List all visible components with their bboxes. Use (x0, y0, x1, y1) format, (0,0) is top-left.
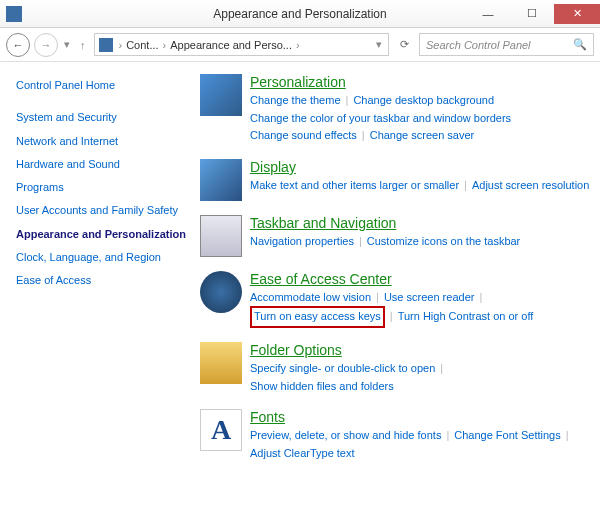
link-preview-fonts[interactable]: Preview, delete, or show and hide fonts (250, 429, 441, 441)
sidebar-item-appearance-personalization[interactable]: Appearance and Personalization (16, 227, 192, 241)
link-text-size[interactable]: Make text and other items larger or smal… (250, 179, 459, 191)
fonts-icon: A (200, 409, 242, 451)
section-title-display[interactable]: Display (250, 159, 296, 175)
separator: | (474, 291, 487, 303)
folder-options-icon (200, 342, 242, 384)
link-change-screen-saver[interactable]: Change screen saver (370, 129, 475, 141)
minimize-button[interactable]: — (466, 4, 510, 24)
separator: | (459, 179, 472, 191)
up-button[interactable]: ↑ (76, 39, 90, 51)
section-links: Make text and other items larger or smal… (250, 177, 590, 195)
search-placeholder: Search Control Panel (426, 39, 531, 51)
sidebar-item-system-security[interactable]: System and Security (16, 110, 192, 124)
link-change-taskbar-color[interactable]: Change the color of your taskbar and win… (250, 112, 511, 124)
separator: | (561, 429, 574, 441)
ease-of-access-icon (200, 271, 242, 313)
section-title-folder-options[interactable]: Folder Options (250, 342, 342, 358)
link-turn-on-easy-access-keys[interactable]: Turn on easy access keys (254, 310, 381, 322)
breadcrumb-seg2[interactable]: Appearance and Perso... (170, 39, 292, 51)
link-customize-taskbar-icons[interactable]: Customize icons on the taskbar (367, 235, 520, 247)
sidebar: Control Panel Home System and Security N… (0, 62, 200, 525)
window-icon (6, 6, 22, 22)
sidebar-item-hardware-sound[interactable]: Hardware and Sound (16, 157, 192, 171)
window-title: Appearance and Personalization (213, 7, 386, 21)
refresh-button[interactable]: ⟳ (393, 34, 415, 56)
section-personalization: Personalization Change the theme|Change … (200, 74, 590, 145)
close-button[interactable]: ✕ (554, 4, 600, 24)
section-links: Specify single- or double-click to open|… (250, 360, 590, 395)
separator: | (385, 310, 398, 322)
sidebar-item-network-internet[interactable]: Network and Internet (16, 134, 192, 148)
display-icon (200, 159, 242, 201)
section-title-personalization[interactable]: Personalization (250, 74, 346, 90)
section-links: Change the theme|Change desktop backgrou… (250, 92, 590, 145)
chevron-right-icon[interactable]: › (159, 39, 171, 51)
breadcrumb-dropdown-icon[interactable]: ▾ (374, 38, 384, 51)
section-title-fonts[interactable]: Fonts (250, 409, 285, 425)
maximize-button[interactable]: ☐ (510, 4, 554, 24)
link-navigation-properties[interactable]: Navigation properties (250, 235, 354, 247)
chevron-right-icon[interactable]: › (115, 39, 127, 51)
link-high-contrast[interactable]: Turn High Contrast on or off (398, 310, 534, 322)
breadcrumb[interactable]: › Cont... › Appearance and Perso... › ▾ (94, 33, 390, 56)
section-fonts: A Fonts Preview, delete, or show and hid… (200, 409, 590, 462)
link-change-sound-effects[interactable]: Change sound effects (250, 129, 357, 141)
section-taskbar-navigation: Taskbar and Navigation Navigation proper… (200, 215, 590, 257)
section-ease-of-access: Ease of Access Center Accommodate low vi… (200, 271, 590, 328)
link-use-screen-reader[interactable]: Use screen reader (384, 291, 475, 303)
sidebar-control-panel-home[interactable]: Control Panel Home (16, 78, 192, 92)
separator: | (435, 362, 448, 374)
separator: | (341, 94, 354, 106)
link-screen-resolution[interactable]: Adjust screen resolution (472, 179, 589, 191)
link-show-hidden-files[interactable]: Show hidden files and folders (250, 380, 394, 392)
navbar: ← → ▾ ↑ › Cont... › Appearance and Perso… (0, 28, 600, 62)
back-button[interactable]: ← (6, 33, 30, 57)
section-links: Navigation properties|Customize icons on… (250, 233, 590, 251)
search-icon[interactable]: 🔍 (573, 38, 587, 51)
personalization-icon (200, 74, 242, 116)
separator: | (357, 129, 370, 141)
breadcrumb-root-icon[interactable] (99, 38, 113, 52)
chevron-right-icon[interactable]: › (292, 39, 304, 51)
link-change-theme[interactable]: Change the theme (250, 94, 341, 106)
section-display: Display Make text and other items larger… (200, 159, 590, 201)
search-input[interactable]: Search Control Panel 🔍 (419, 33, 594, 56)
section-title-ease-of-access[interactable]: Ease of Access Center (250, 271, 392, 287)
link-accommodate-low-vision[interactable]: Accommodate low vision (250, 291, 371, 303)
link-click-to-open[interactable]: Specify single- or double-click to open (250, 362, 435, 374)
highlight-box: Turn on easy access keys (250, 306, 385, 328)
separator: | (371, 291, 384, 303)
section-links: Accommodate low vision|Use screen reader… (250, 289, 590, 328)
content-body: Control Panel Home System and Security N… (0, 62, 600, 525)
section-links: Preview, delete, or show and hide fonts|… (250, 427, 590, 462)
link-adjust-cleartype[interactable]: Adjust ClearType text (250, 447, 355, 459)
breadcrumb-seg1[interactable]: Cont... (126, 39, 158, 51)
sidebar-item-user-accounts[interactable]: User Accounts and Family Safety (16, 203, 192, 217)
sidebar-item-clock-language-region[interactable]: Clock, Language, and Region (16, 250, 192, 264)
sidebar-item-programs[interactable]: Programs (16, 180, 192, 194)
taskbar-icon (200, 215, 242, 257)
separator: | (354, 235, 367, 247)
section-title-taskbar[interactable]: Taskbar and Navigation (250, 215, 396, 231)
sidebar-item-ease-of-access[interactable]: Ease of Access (16, 273, 192, 287)
forward-button[interactable]: → (34, 33, 58, 57)
titlebar: Appearance and Personalization — ☐ ✕ (0, 0, 600, 28)
section-folder-options: Folder Options Specify single- or double… (200, 342, 590, 395)
main-panel: Personalization Change the theme|Change … (200, 62, 600, 525)
recent-dropdown-icon[interactable]: ▾ (62, 38, 72, 51)
link-change-font-settings[interactable]: Change Font Settings (454, 429, 560, 441)
window-controls: — ☐ ✕ (466, 4, 600, 24)
separator: | (441, 429, 454, 441)
link-change-desktop-background[interactable]: Change desktop background (353, 94, 494, 106)
